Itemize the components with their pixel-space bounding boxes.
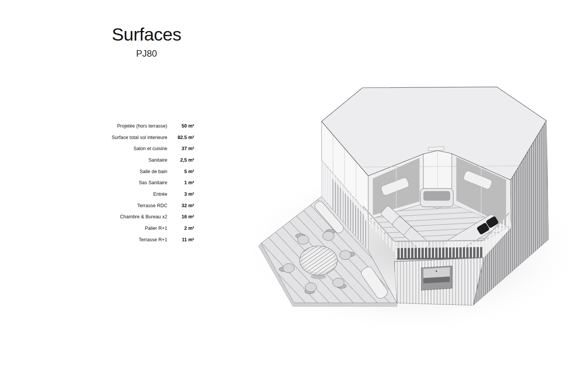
surface-label: Sas Sanitaire [64, 180, 167, 185]
table-row: Salle de bain5 m² [64, 166, 194, 177]
surfaces-table: Projetée (hors terrasse)50 m² Surface to… [64, 120, 194, 246]
header: Surfaces PJ80 [112, 25, 181, 59]
surface-value: 37 m² [167, 146, 194, 151]
surface-value: 5 m² [167, 169, 194, 174]
surface-label: Terrasse RDC [64, 203, 167, 208]
table-row: Entrée3 m² [64, 188, 194, 200]
surface-value: 1 m² [167, 180, 194, 185]
surface-label: Entrée [64, 192, 167, 197]
surface-value: 82.5 m² [167, 135, 194, 140]
table-row: Chambre & Bureau x216 m² [64, 211, 194, 223]
table-row: Sas Sanitaire1 m² [64, 177, 194, 188]
surface-label: Terrasse R+1 [64, 237, 167, 242]
page-title: Surfaces [112, 25, 181, 44]
surface-value: 11 m² [167, 237, 194, 242]
front-slat-volume [394, 258, 483, 305]
table-row: Palier R+12 m² [64, 223, 194, 234]
terrace-planter [420, 188, 453, 207]
roof-notch [428, 147, 444, 151]
table-row: Projetée (hors terrasse)50 m² [64, 120, 194, 132]
kitchen-window [421, 266, 452, 290]
table-row: Salon et cuisine37 m² [64, 143, 194, 154]
table-row: Terrasse R+111 m² [64, 234, 194, 246]
page: Surfaces PJ80 Projetée (hors terrasse)50… [0, 0, 588, 383]
surface-label: Palier R+1 [64, 226, 167, 231]
surface-value: 32 m² [167, 203, 194, 208]
table-row: Sanitaire2,5 m² [64, 154, 194, 166]
table-row: Surface total sol interieure82.5 m² [64, 132, 194, 143]
surface-label: Salon et cuisine [64, 146, 167, 151]
surface-label: Chambre & Bureau x2 [64, 214, 167, 219]
surface-value: 16 m² [167, 214, 194, 219]
surface-label: Sanitaire [64, 157, 167, 163]
table-row: Terrasse RDC32 m² [64, 200, 194, 211]
surface-label: Surface total sol interieure [64, 135, 167, 140]
surface-label: Salle de bain [64, 169, 167, 174]
page-subtitle: PJ80 [112, 48, 181, 59]
surface-value: 2,5 m² [167, 157, 194, 163]
surface-value: 3 m² [167, 192, 194, 197]
surface-label: Projetée (hors terrasse) [64, 123, 167, 129]
surface-value: 50 m² [167, 123, 194, 129]
surface-value: 2 m² [167, 226, 194, 231]
